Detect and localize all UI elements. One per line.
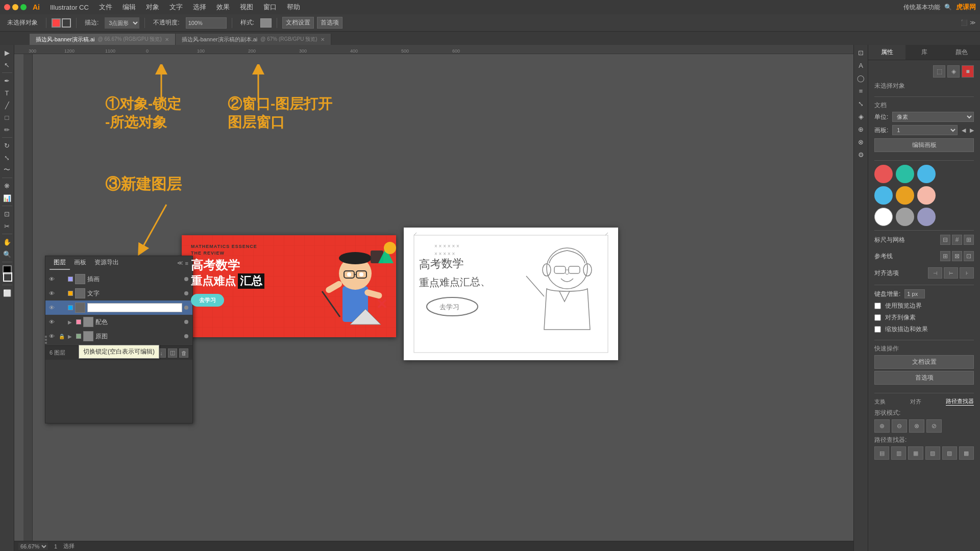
appearance-icon[interactable]: ◈ [947,65,960,78]
rt-icon8[interactable]: ⊗ [855,136,867,147]
layer-expand-yuantu[interactable]: ▶ [68,334,74,339]
tab-1[interactable]: 插边风-banner演示稿.ai @ 66.67% (RGB/GPU 预览) ✕ [30,34,176,45]
banner-btn[interactable]: 去学习 [191,294,224,307]
transform-icon[interactable]: ⬚ [933,65,945,78]
rt-icon2[interactable]: A [855,60,867,71]
color-lightblue[interactable] [917,165,936,183]
move-to-btn[interactable]: ↓ [157,348,166,358]
stroke-select[interactable]: 3点圆形 [105,17,139,29]
unit-select[interactable]: 像素 [892,112,974,122]
rp-tab-library[interactable]: 库 [905,45,943,60]
layer-row-yuantu[interactable]: 👁 🔒 ▶ 原图 [45,329,192,343]
menu-item-window[interactable]: 窗口 [259,3,281,12]
grid-icon[interactable]: # [952,235,962,245]
stroke-swatch[interactable] [3,272,12,282]
layer-eye-peise[interactable]: 👁 [47,318,56,326]
rt-icon5[interactable]: ⤡ [855,98,867,109]
layer-lock-wenzi[interactable] [58,289,66,297]
rt-icon6[interactable]: ◈ [855,111,867,122]
transform-tab[interactable]: 支换 [874,398,886,406]
menu-item-help[interactable]: 帮助 [283,3,304,12]
close-button[interactable] [4,4,10,10]
layer-lock-yuantu[interactable]: 🔒 [58,332,66,340]
panel-tab-assets[interactable]: 资源导出 [90,256,123,270]
align-pixel-checkbox[interactable] [874,314,881,321]
rt-icon7[interactable]: ⊕ [855,123,867,135]
panel-toggle[interactable]: ≫ [970,19,976,26]
pathfinder-tab[interactable]: 路径查找器 [946,397,974,406]
color-white[interactable] [874,208,893,226]
color-red[interactable] [874,165,893,183]
rp-tab-properties[interactable]: 属性 [868,45,905,60]
preview-bounds-checkbox[interactable] [874,303,881,309]
menu-item-file[interactable]: 文件 [95,3,116,12]
menu-item-object[interactable]: 对象 [142,3,163,12]
edit-artboard-btn[interactable]: 编辑画板 [874,138,974,152]
tab-2-close[interactable]: ✕ [321,37,325,42]
minus-back-btn[interactable]: ▩ [959,446,974,460]
rotate-tool[interactable]: ↻ [2,140,13,151]
fill-color[interactable] [52,18,61,28]
guide-icon3[interactable]: ⊡ [964,251,974,261]
guide-icon1[interactable]: ⊞ [940,251,950,261]
minimize-button[interactable] [12,4,18,10]
color-gray[interactable] [896,208,914,226]
layer-row-chuhua[interactable]: 👁 插画 [45,272,192,286]
layer-row-wenzi[interactable]: 👁 文字 [45,286,192,300]
menu-item-select[interactable]: 选择 [189,3,210,12]
opacity-input[interactable] [186,17,227,29]
rt-icon3[interactable]: ◯ [855,72,867,84]
guides-grid-icon[interactable]: ⊞ [964,235,974,245]
align-center-h[interactable]: ⊢ [944,267,958,279]
maximize-button[interactable] [20,4,27,10]
warp-tool[interactable]: 〜 [2,164,13,176]
menu-item-edit[interactable]: 编辑 [118,3,140,12]
rp-tab-color[interactable]: 颜色 [943,45,980,60]
tab-2[interactable]: 插边风-banner演示稿的副本.ai @ 67% (RGB/GPU 预览) ✕ [176,34,331,45]
menu-item-view[interactable]: 视图 [236,3,257,12]
snap-effects-checkbox[interactable] [874,326,881,333]
rt-icon9[interactable]: ⚙ [855,149,867,160]
guide-icon2[interactable]: ⊠ [952,251,962,261]
rect-tool[interactable]: □ [2,112,13,123]
layer-row-peise[interactable]: 👁 ▶ 配色 [45,315,192,329]
intersect-btn[interactable]: ⊗ [909,419,924,433]
color-purple-gray[interactable] [917,208,936,226]
stroke-color[interactable] [62,18,71,28]
zoom-select[interactable]: 66.67% [18,543,48,550]
panel-tab-artboards[interactable]: 画板 [70,256,90,270]
merge-btn[interactable]: ▦ [908,446,923,460]
layer-eye-chuhua[interactable]: 👁 [47,275,56,283]
layer-eye-wenzi[interactable]: 👁 [47,289,56,297]
trim-btn[interactable]: ▥ [891,446,906,460]
layer-eye-editing[interactable]: 👁 [47,304,56,312]
arrange-icon[interactable]: ⬛ [961,19,968,26]
layer-expand-peise[interactable]: ▶ [68,319,74,325]
color-teal[interactable] [896,165,914,183]
color-icon[interactable]: ■ [962,65,974,78]
layer-lock-peise[interactable] [58,318,66,326]
tab-1-close[interactable]: ✕ [165,37,169,42]
artboard-tool[interactable]: ⊡ [2,208,13,219]
quick-preferences-btn[interactable]: 首选项 [874,371,974,385]
layer-eye-yuantu[interactable]: 👁 [47,332,56,340]
menu-item-text[interactable]: 文字 [165,3,187,12]
layer-row-editing[interactable]: 👁 [45,300,192,315]
make-sublayer-btn[interactable]: ⊙ [134,348,143,358]
crop-btn[interactable]: ▧ [925,446,940,460]
align-left[interactable]: ⊣ [928,267,942,279]
template-btn[interactable]: ◫ [168,348,177,358]
panel-tab-layers[interactable]: 图层 [50,256,70,270]
unite-btn[interactable]: ⊕ [874,419,890,433]
ruler-icon[interactable]: ⊟ [940,235,950,245]
exclude-btn[interactable]: ⊘ [926,419,942,433]
symbol-tool[interactable]: ❋ [2,180,13,191]
layer-lock-chuhua[interactable] [58,275,66,283]
keyboard-input[interactable] [904,289,925,298]
style-swatch[interactable] [260,18,272,28]
artboard-next[interactable]: ▶ [970,127,974,134]
column-graph-tool[interactable]: 📊 [2,192,13,204]
preferences-btn[interactable]: 首选项 [317,17,342,29]
color-peach[interactable] [917,186,936,205]
divide-btn[interactable]: ▤ [874,446,889,460]
